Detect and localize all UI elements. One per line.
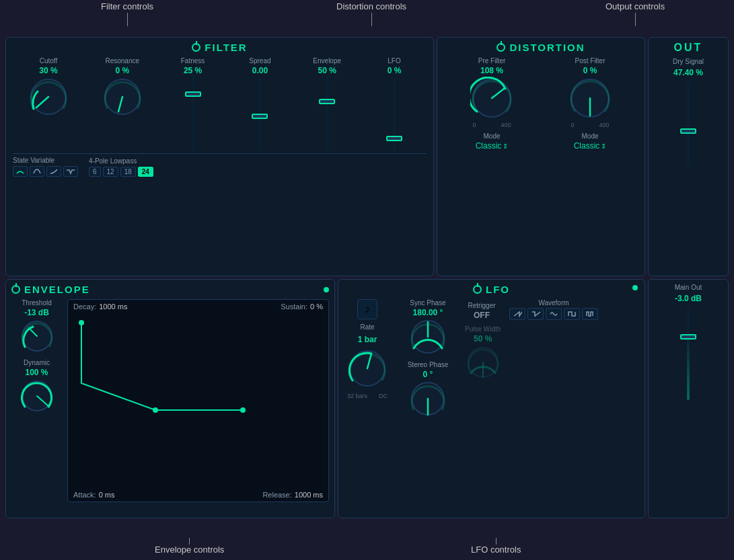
sync-phase-group: Sync Phase 180.00 ° (398, 299, 458, 356)
distortion-power-button[interactable] (497, 43, 505, 52)
lfo-phase-col: Sync Phase 180.00 ° Stereo Phase 0 ° (398, 299, 458, 502)
shape-notch[interactable] (63, 166, 78, 177)
svg-point-7 (153, 407, 158, 413)
lfo-content: ♪ Rate 1 bar 32 bars DC (344, 299, 639, 502)
retrigger-waveform-row: Retrigger OFF Waveform (465, 299, 639, 320)
filter-envelope-group: Envelope 50 % (310, 57, 344, 151)
pre-filter-label: Pre Filter (478, 57, 506, 65)
envelope-title: ENVELOPE (11, 284, 329, 295)
sync-phase-knob[interactable] (410, 319, 447, 356)
resonance-group: Resonance 0 % (102, 57, 143, 117)
spread-group: Spread 0.00 (243, 57, 277, 151)
wave-reverse-saw-button[interactable] (527, 308, 544, 320)
shape-bandpass[interactable] (30, 166, 44, 177)
lfo-rate-label: Rate (360, 323, 374, 331)
four-pole-label: 4-Pole Lowpass (89, 157, 153, 165)
top-row: FILTER Cutoff 30 % Resonance (5, 37, 729, 276)
envelope-content: Threshold -13 dB Dynamic 100 % (11, 299, 329, 502)
bottom-annotations: Envelope controls LFO controls (0, 536, 734, 559)
attack-label-row: Attack: 0 ms (73, 491, 114, 499)
stereo-phase-label: Stereo Phase (408, 361, 449, 368)
out-section: OUT Dry Signal 47.40 % (648, 37, 729, 276)
main-out-label: Main Out (675, 284, 702, 291)
filter-envelope-label: Envelope (313, 57, 341, 65)
waveform-group: Waveform (509, 299, 598, 320)
shape-highpass[interactable] (46, 166, 61, 177)
db-24-button[interactable]: 24 (138, 167, 153, 177)
cutoff-knob[interactable] (28, 77, 69, 117)
envelope-slider[interactable] (318, 77, 336, 151)
envelope-power-button[interactable] (11, 285, 20, 294)
pulse-width-knob[interactable] (466, 345, 501, 380)
decay-value: 1000 ms (99, 303, 127, 311)
lfo-rate-knob[interactable] (347, 348, 388, 389)
lfo-waveform-col: Retrigger OFF Waveform (465, 299, 639, 502)
pre-mode-select[interactable]: Classic ⇕ (476, 141, 509, 151)
waveform-label: Waveform (538, 299, 568, 307)
cutoff-group: Cutoff 30 % (28, 57, 69, 117)
fatness-slider[interactable] (184, 77, 203, 151)
wave-pulse-button[interactable] (582, 308, 598, 320)
pulse-width-row: Pulse Width 50 % (465, 325, 639, 380)
threshold-label: Threshold (22, 299, 51, 307)
pulse-width-label: Pulse Width (465, 325, 501, 333)
stereo-phase-knob[interactable] (410, 381, 447, 417)
threshold-knob[interactable] (20, 319, 54, 354)
db-12-button[interactable]: 12 (103, 167, 118, 177)
post-mode-select[interactable]: Classic ⇕ (574, 141, 607, 151)
spread-value: 0.00 (252, 66, 268, 75)
lfo-title: LFO (344, 284, 639, 295)
envelope-bottom-labels: Attack: 0 ms Release: 1000 ms (68, 491, 328, 499)
db-6-button[interactable]: 6 (89, 167, 101, 177)
sustain-label-row: Sustain: 0 % (281, 303, 323, 311)
bottom-row: ENVELOPE Threshold -13 dB (5, 279, 729, 518)
main-out-controls: Main Out -3.0 dB (654, 284, 723, 514)
post-filter-group: Post Filter 0 % 0 400 Mode Classi (568, 57, 612, 151)
resonance-label: Resonance (105, 57, 139, 65)
wave-sine-button[interactable] (546, 308, 562, 320)
pre-filter-knob[interactable] (470, 77, 514, 120)
post-filter-range: 0 400 (568, 122, 612, 128)
svg-point-8 (240, 407, 246, 413)
pulse-width-value: 50 % (474, 334, 492, 344)
pre-filter-range: 0 400 (470, 122, 514, 128)
main-out-slider[interactable] (679, 306, 698, 400)
pre-filter-value: 108 % (480, 66, 503, 75)
db-18-button[interactable]: 18 (120, 167, 136, 177)
retrigger-group: Retrigger OFF (465, 302, 499, 320)
filter-power-button[interactable] (192, 43, 200, 52)
sync-phase-value: 180.00 ° (413, 308, 443, 317)
resonance-knob[interactable] (102, 77, 143, 117)
stereo-phase-value: 0 ° (423, 370, 433, 379)
dry-signal-slider[interactable] (679, 80, 698, 167)
wave-sawtooth-button[interactable] (509, 308, 525, 320)
lfo-power-button[interactable] (473, 285, 482, 294)
stereo-phase-group: Stereo Phase 0 ° (398, 361, 458, 417)
retrigger-value[interactable]: OFF (474, 311, 490, 320)
filter-lfo-value: 0 % (388, 66, 402, 75)
post-mode-label: Mode (581, 132, 598, 140)
spread-slider[interactable] (250, 77, 269, 151)
envelope-left-controls: Threshold -13 dB Dynamic 100 % (11, 299, 62, 502)
top-annotations: Filter controls Distortion controls Outp… (0, 0, 734, 37)
pre-mode-label: Mode (483, 132, 500, 140)
envelope-section: ENVELOPE Threshold -13 dB (5, 279, 335, 518)
lfo-note-icon[interactable]: ♪ (357, 299, 377, 319)
spread-label: Spread (249, 57, 270, 65)
out-controls: Dry Signal 47.40 % (655, 58, 721, 167)
shape-lowpass[interactable] (13, 166, 28, 177)
dynamic-knob[interactable] (20, 378, 54, 413)
envelope-shape-svg (68, 316, 328, 484)
lfo-filter-slider[interactable] (385, 77, 404, 151)
retrigger-label: Retrigger (468, 302, 495, 309)
post-filter-knob[interactable] (568, 77, 612, 120)
dry-signal-label: Dry Signal (673, 58, 704, 65)
wave-square-button[interactable] (564, 308, 580, 320)
pulse-width-group: Pulse Width 50 % (465, 325, 501, 380)
threshold-group: Threshold -13 dB (11, 299, 62, 354)
post-filter-value: 0 % (583, 66, 597, 75)
plugin-wrapper: FILTER Cutoff 30 % Resonance (5, 37, 729, 536)
lfo-rate-col: ♪ Rate 1 bar 32 bars DC (344, 299, 391, 502)
distortion-controls-row: Pre Filter 108 % 0 400 Mode (444, 57, 638, 151)
sync-phase-label: Sync Phase (410, 299, 445, 307)
